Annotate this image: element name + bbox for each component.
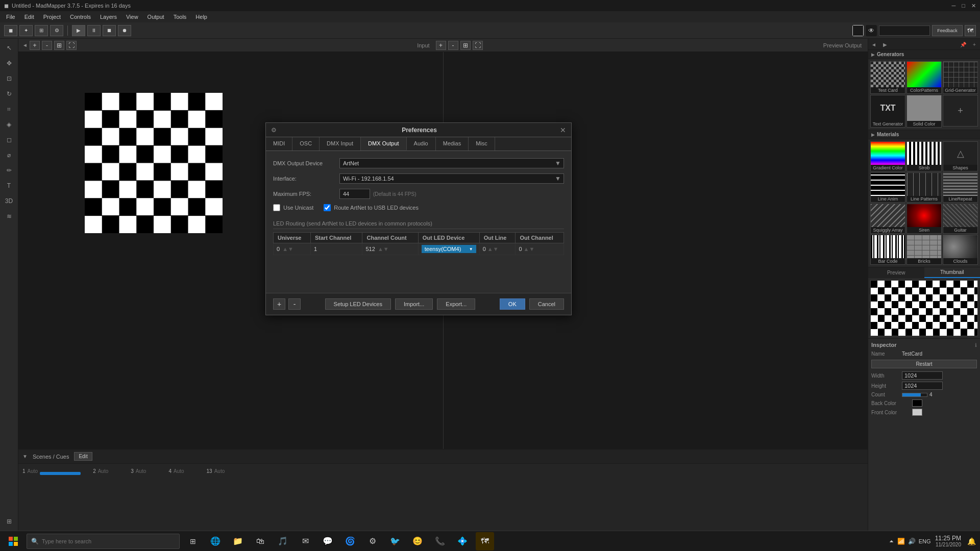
minimize-btn[interactable]: ─ [952, 3, 956, 9]
back-color-swatch[interactable] [912, 399, 922, 407]
menu-layers[interactable]: Layers [96, 13, 121, 21]
toolbar-play-btn[interactable]: ▶ [72, 25, 85, 36]
search-input[interactable] [42, 538, 144, 544]
interface-select[interactable]: Wi-Fi - 192.168.1.54 [339, 173, 564, 184]
time-display[interactable]: 11:25 PM 11/21/2020 [935, 535, 961, 547]
tool-quad[interactable]: ◻ [2, 133, 16, 147]
toolbar-grid-btn[interactable]: ⊞ [35, 25, 48, 36]
tool-scale[interactable]: ⊡ [2, 71, 16, 86]
mat-bricks[interactable]: Bricks [906, 235, 942, 265]
notifications-btn[interactable]: 🔔 [967, 537, 976, 545]
tool-warp[interactable]: ⌗ [2, 102, 16, 116]
tool-rotate[interactable]: ↻ [2, 87, 16, 101]
tab-midi[interactable]: MIDI [266, 137, 292, 151]
rp-collapse-btn[interactable]: ◄ [868, 39, 879, 50]
input-add-btn[interactable]: + [436, 41, 446, 50]
td-out-led-device[interactable]: teensy(COM4) ▼ [418, 243, 479, 255]
mat-strobe[interactable]: Strob [906, 141, 942, 171]
tab-medias[interactable]: Medias [436, 137, 469, 151]
menu-edit[interactable]: Edit [20, 13, 38, 21]
gen-add[interactable]: + [943, 95, 978, 127]
start-btn[interactable] [4, 532, 22, 550]
toolbar-feedback-btn[interactable]: Feedback [932, 25, 963, 36]
face-btn[interactable]: 😊 [408, 532, 427, 550]
toolbar-stop-btn[interactable]: ⏹ [103, 25, 116, 36]
canvas-add-btn[interactable]: + [30, 41, 40, 50]
tool-draw[interactable]: ✏ [2, 163, 16, 178]
dialog-close-btn[interactable]: ✕ [560, 126, 566, 134]
tray-expand[interactable]: ⏶ [889, 538, 894, 544]
tab-dmx-output[interactable]: DMX Output [361, 137, 407, 151]
menu-file[interactable]: File [2, 13, 19, 21]
edit-btn[interactable]: Edit [74, 452, 92, 461]
toolbar-eye-btn[interactable]: 👁 [866, 25, 877, 36]
menu-help[interactable]: Help [191, 13, 211, 21]
search-bar[interactable]: 🔍 [27, 534, 180, 549]
skype-btn[interactable]: 📞 [431, 532, 449, 550]
mat-shapes[interactable]: △ Shapes [943, 141, 978, 171]
whatsapp-btn[interactable]: 💬 [318, 532, 337, 550]
toolbar-add-btn[interactable]: ✦ [19, 25, 33, 36]
mat-siren[interactable]: Siren [906, 204, 942, 234]
input-minus-btn[interactable]: - [448, 41, 458, 50]
front-color-swatch[interactable] [912, 409, 922, 416]
edge-btn[interactable]: 🌐 [206, 532, 225, 550]
music-btn[interactable]: 🎵 [274, 532, 292, 550]
ok-btn[interactable]: OK [500, 298, 525, 310]
dmx-device-select[interactable]: ArtNet [339, 158, 564, 168]
count-progress[interactable] [902, 393, 927, 397]
use-unicast-check[interactable] [273, 204, 280, 211]
canvas-fullscreen-btn[interactable]: ⛶ [66, 41, 77, 50]
tab-thumbnail[interactable]: Thumbnail [924, 267, 981, 278]
scene-3[interactable]: 3Auto [131, 467, 146, 475]
rp-expand-btn[interactable]: ▶ [879, 39, 891, 50]
inspector-width-input[interactable] [902, 371, 943, 380]
tool-led[interactable]: ≋ [2, 209, 16, 223]
table-row[interactable]: 0 ▲▼ 1 512 ▲▼ teensy(COM4) ▼ 0 ▲▼ 0 ▲▼ [274, 243, 564, 255]
toolbar-map-btn[interactable]: 🗺 [965, 25, 976, 36]
mat-linepatterns[interactable]: Line Patterns [906, 172, 942, 203]
menu-project[interactable]: Project [39, 13, 65, 21]
input-full-btn[interactable]: ⛶ [473, 41, 483, 50]
tool-layers[interactable]: ⊞ [2, 514, 16, 529]
toolbar-settings-btn[interactable]: ⚙ [50, 25, 63, 36]
tool-select[interactable]: ↖ [2, 41, 16, 55]
mat-lineanim[interactable]: Line Anim [870, 172, 905, 203]
tab-audio[interactable]: Audio [407, 137, 436, 151]
tab-misc[interactable]: Misc [469, 137, 495, 151]
gen-txt[interactable]: TXT Text Generator [870, 95, 905, 128]
tool-text[interactable]: T [2, 179, 16, 193]
task-view-btn[interactable]: ⊞ [184, 532, 202, 550]
scene-4[interactable]: 4Auto [168, 467, 184, 475]
dialog-titlebar[interactable]: ⚙ Preferences ✕ [266, 123, 571, 137]
tool-move[interactable]: ✥ [2, 56, 16, 70]
fps-input[interactable] [339, 189, 370, 199]
mat-squiggly[interactable]: Squiggly Array [870, 204, 905, 234]
toolbar-preview-input[interactable] [879, 26, 930, 36]
gen-grid[interactable]: Grid-Generator [943, 61, 978, 94]
mail-btn[interactable]: ✉ [296, 532, 314, 550]
canvas-minus-btn[interactable]: - [42, 41, 52, 50]
menu-controls[interactable]: Controls [66, 13, 95, 21]
mat-guitar[interactable]: Guitar [943, 204, 978, 234]
tool-bezier[interactable]: ⌀ [2, 148, 16, 162]
store-btn[interactable]: 🛍 [251, 532, 270, 550]
menu-tools[interactable]: Tools [169, 13, 191, 21]
titlebar-controls[interactable]: ─ □ ✕ [952, 3, 976, 9]
menu-output[interactable]: Output [143, 13, 168, 21]
rp-pin-btn[interactable]: 📌 [958, 39, 969, 50]
tool-mask[interactable]: ◈ [2, 117, 16, 132]
scene-1[interactable]: 1Auto [22, 467, 38, 475]
madmapper-taskbar-btn[interactable]: 🗺 [476, 532, 494, 550]
settings-btn[interactable]: ⚙ [363, 532, 382, 550]
export-btn[interactable]: Export... [437, 298, 475, 310]
toolbar-pause-btn[interactable]: ⏸ [87, 25, 101, 36]
led-device-dropdown[interactable]: teensy(COM4) ▼ [422, 245, 476, 253]
mat-gradient[interactable]: Gradient Color [870, 141, 905, 171]
remove-row-btn[interactable]: - [288, 298, 301, 310]
mat-barcode[interactable]: Bar Code [870, 235, 905, 265]
gen-testcard[interactable]: Test Card [870, 61, 905, 94]
timeline-collapse-btn[interactable]: ▼ [22, 454, 28, 459]
gen-colorpatterns[interactable]: ColorPatterns [906, 61, 942, 94]
mat-clouds[interactable]: Clouds [943, 235, 978, 265]
